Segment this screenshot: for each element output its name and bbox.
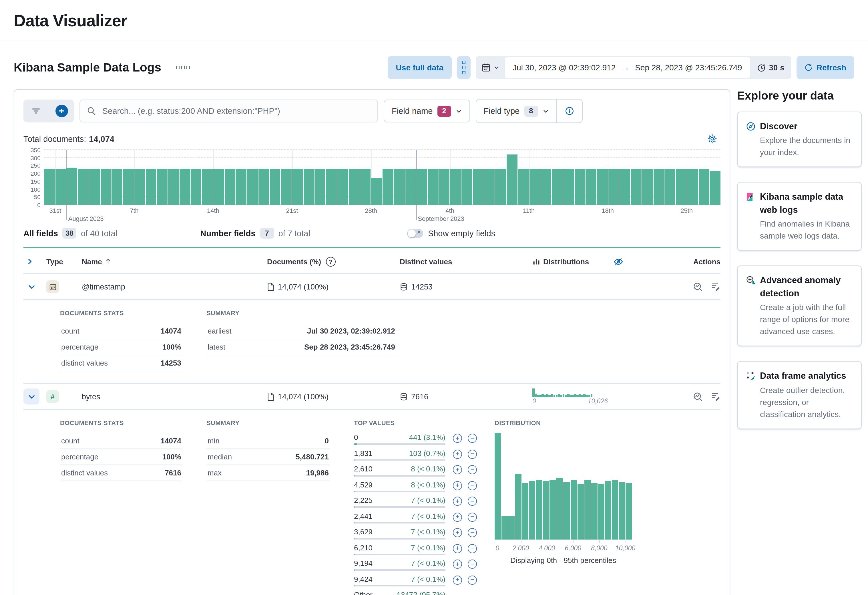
- edit-field-button[interactable]: [711, 392, 720, 401]
- field-type-select[interactable]: Field type 8: [476, 99, 556, 123]
- filter-out-value-button[interactable]: −: [468, 465, 477, 474]
- date-type-icon: [46, 280, 59, 293]
- top-value-bar: [354, 475, 446, 476]
- top-value-row: 4,5298 (< 0.1%)+−: [354, 480, 478, 492]
- field-row-bytes[interactable]: # bytes 14,074 (100%) 7616: [24, 384, 720, 410]
- add-filter-button[interactable]: +: [49, 99, 74, 123]
- event-histogram-bar: [100, 169, 111, 205]
- chart-settings-button[interactable]: [704, 133, 720, 144]
- col-name[interactable]: Name: [82, 257, 267, 266]
- top-value-main: 1,831103 (0.7%): [354, 449, 446, 460]
- card-title: Discover: [760, 120, 797, 133]
- filter-out-value-button[interactable]: −: [468, 559, 477, 569]
- filter-out-value-button[interactable]: −: [468, 497, 477, 506]
- col-type[interactable]: Type: [46, 257, 82, 266]
- search-input[interactable]: [101, 106, 371, 116]
- filter-for-value-button[interactable]: +: [453, 481, 462, 490]
- event-chart-y-axis: 050100150200250300350: [24, 150, 44, 205]
- filter-for-value-button[interactable]: +: [453, 465, 462, 474]
- use-full-data-button[interactable]: Use full data: [388, 56, 452, 79]
- stat-value: 19,986: [306, 469, 329, 477]
- filter-out-value-button[interactable]: −: [468, 481, 477, 490]
- mini-distribution-bar: [588, 394, 590, 397]
- date-end[interactable]: Sep 28, 2023 @ 23:45:26.749: [635, 63, 742, 72]
- field-row-timestamp[interactable]: @timestamp 14,074 (100%) 14253: [24, 274, 720, 300]
- filter-out-value-button[interactable]: −: [468, 544, 477, 553]
- top-value-row: Other13472 (95.7%): [354, 591, 478, 595]
- filter-for-value-button[interactable]: +: [453, 512, 462, 521]
- expand-all-button[interactable]: [24, 255, 36, 268]
- question-mark-icon[interactable]: ?: [326, 257, 335, 266]
- edit-field-button[interactable]: [711, 282, 720, 292]
- filter-out-value-button[interactable]: −: [468, 449, 477, 459]
- stat-label: distinct values: [61, 359, 108, 367]
- card-discover[interactable]: Discover Explore the documents in your i…: [737, 111, 862, 167]
- filter-for-value-button[interactable]: +: [453, 544, 462, 553]
- database-icon: [400, 282, 408, 291]
- sampling-menu-button[interactable]: [456, 56, 470, 79]
- collapse-timestamp-button[interactable]: [24, 278, 40, 295]
- date-range-field[interactable]: Jul 30, 2023 @ 02:39:02.912 → Sep 28, 20…: [505, 57, 750, 78]
- lens-chart-icon: [693, 392, 703, 401]
- top-value-main: 4,5298 (< 0.1%): [354, 480, 446, 492]
- main: + Field name 2: [0, 89, 868, 595]
- filter-for-value-button[interactable]: +: [453, 434, 462, 443]
- collapse-bytes-button[interactable]: [24, 388, 40, 404]
- axis-tick: [495, 540, 495, 543]
- anomaly-detection-icon: [746, 276, 755, 285]
- card-data-frame-analytics[interactable]: Data frame analytics Create outlier dete…: [737, 361, 862, 429]
- info-button[interactable]: [557, 99, 582, 123]
- explore-in-lens-button[interactable]: [693, 282, 703, 292]
- refresh-button[interactable]: Refresh: [797, 56, 854, 79]
- filter-out-value-button[interactable]: −: [468, 434, 477, 443]
- filter-out-value-button[interactable]: −: [468, 575, 477, 585]
- card-sample-web-logs[interactable]: Kibana sample data web logs Find anomali…: [737, 182, 862, 251]
- mini-distribution-bar: [539, 394, 541, 397]
- y-axis-tick-label: 100: [31, 186, 41, 192]
- field-type-group: Field type 8: [475, 99, 582, 123]
- x-axis-tick-label: 14th: [207, 207, 219, 214]
- card-description: Explore the documents in your index.: [760, 135, 853, 159]
- total-documents-value: 14,074: [89, 134, 114, 143]
- card-advanced-anomaly-detection[interactable]: Advanced anomaly detection Create a job …: [737, 266, 862, 346]
- documents-value: 14,074 (100%): [278, 282, 329, 291]
- event-histogram-bar: [653, 169, 664, 205]
- filter-for-value-button[interactable]: +: [453, 528, 462, 537]
- event-histogram-bar: [191, 169, 201, 205]
- filter-for-value-button[interactable]: +: [453, 497, 462, 506]
- chevron-down-icon: [542, 108, 549, 114]
- distribution-bar: [543, 481, 549, 540]
- eye-slash-icon: [614, 257, 623, 266]
- distribution-bar: [529, 481, 535, 540]
- filter-out-value-button[interactable]: −: [468, 528, 477, 537]
- stat-row: median5,480.721: [207, 449, 330, 465]
- date-start[interactable]: Jul 30, 2023 @ 02:39:02.912: [513, 63, 616, 72]
- event-histogram-bar: [180, 169, 190, 205]
- refresh-interval-button[interactable]: 30 s: [750, 56, 791, 79]
- mini-distribution-bar: [542, 394, 544, 397]
- boxes-vertical-icon: [462, 61, 465, 74]
- col-actions: Actions: [672, 257, 720, 266]
- filter-for-value-button[interactable]: +: [453, 559, 462, 569]
- mini-distribution-bar: [534, 393, 537, 397]
- y-axis-tick-label: 250: [31, 162, 41, 169]
- event-histogram-bar: [608, 169, 619, 205]
- filter-menu-button[interactable]: [24, 99, 49, 123]
- date-picker[interactable]: Jul 30, 2023 @ 02:39:02.912 → Sep 28, 20…: [475, 56, 791, 79]
- col-documents[interactable]: Documents (%) ?: [267, 257, 400, 266]
- show-empty-fields-toggle[interactable]: ✕: [407, 229, 424, 238]
- index-options-button[interactable]: [174, 64, 192, 71]
- top-value-bar: [354, 459, 446, 460]
- explore-in-lens-button[interactable]: [693, 392, 703, 401]
- hide-distributions-button[interactable]: [610, 256, 627, 267]
- filter-out-value-button[interactable]: −: [468, 512, 477, 521]
- top-value-label: 0: [354, 433, 358, 442]
- filter-for-value-button[interactable]: +: [453, 575, 462, 585]
- field-name-select[interactable]: Field name 2: [384, 99, 470, 123]
- col-distinct-values[interactable]: Distinct values: [400, 257, 532, 266]
- stat-label: count: [61, 437, 80, 445]
- calendar-menu-button[interactable]: [475, 56, 505, 79]
- x-axis-tick-label: 6,000: [565, 545, 582, 552]
- filter-for-value-button[interactable]: +: [453, 449, 462, 459]
- number-type-icon: #: [46, 390, 59, 403]
